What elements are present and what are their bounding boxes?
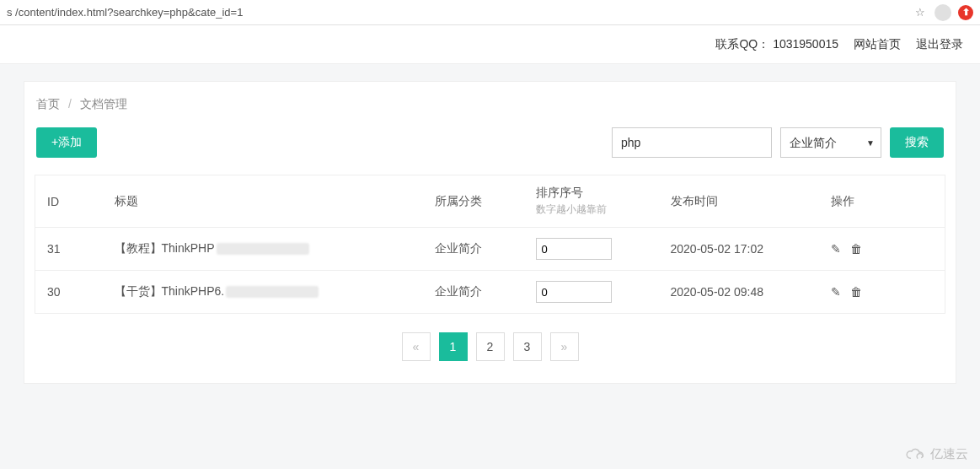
content-panel: 首页 / 文档管理 +添加 企业简介 ▼ 搜索 ID 标题 所属分类 [24, 81, 956, 384]
cell-category: 企业简介 [423, 228, 524, 271]
col-id: ID [35, 175, 103, 228]
breadcrumb: 首页 / 文档管理 [35, 97, 945, 127]
contact-qq: 联系QQ： 1031950015 [715, 37, 838, 52]
url-text[interactable]: s /content/index.html?searchkey=php&cate… [7, 6, 906, 19]
page-1[interactable]: 1 [439, 332, 468, 361]
add-button[interactable]: +添加 [36, 127, 97, 158]
star-icon[interactable]: ☆ [913, 5, 928, 20]
search-input[interactable] [612, 127, 772, 158]
col-sort-label: 排序序号 [536, 186, 583, 199]
title-text: 【干货】ThinkPHP6. [115, 284, 225, 298]
breadcrumb-separator: / [63, 97, 77, 111]
title-text: 【教程】ThinkPHP [115, 241, 215, 255]
cell-sort [524, 271, 659, 314]
cell-category: 企业简介 [423, 271, 524, 314]
trash-icon[interactable]: 🗑 [850, 285, 862, 299]
profile-avatar-icon[interactable] [934, 4, 951, 21]
col-category: 所属分类 [423, 175, 524, 228]
edit-icon[interactable]: ✎ [831, 285, 841, 299]
toolbar: +添加 企业简介 ▼ 搜索 [35, 127, 945, 175]
cell-actions: ✎ 🗑 [819, 271, 945, 314]
contact-label: 联系QQ： [715, 37, 769, 51]
col-actions: 操作 [819, 175, 945, 228]
sort-input[interactable] [536, 238, 612, 260]
cell-actions: ✎ 🗑 [819, 228, 945, 271]
category-select[interactable]: 企业简介 [780, 127, 881, 158]
table-row: 31 【教程】ThinkPHP 企业简介 2020-05-02 17:02 ✎ … [35, 228, 945, 271]
breadcrumb-current: 文档管理 [80, 97, 127, 111]
redacted-text [226, 286, 319, 298]
redacted-text [217, 243, 309, 255]
page-3[interactable]: 3 [513, 332, 542, 361]
cell-title: 【教程】ThinkPHP [103, 228, 423, 271]
cell-sort [524, 228, 659, 271]
site-header: 联系QQ： 1031950015 网站首页 退出登录 [0, 25, 980, 64]
cell-publish: 2020-05-02 09:48 [659, 271, 819, 314]
extension-icon[interactable]: ⬆ [958, 5, 973, 20]
cell-id: 31 [35, 228, 103, 271]
sort-input[interactable] [536, 281, 612, 303]
logout-link[interactable]: 退出登录 [916, 37, 963, 52]
edit-icon[interactable]: ✎ [831, 242, 841, 256]
col-sort: 排序序号 数字越小越靠前 [524, 175, 659, 228]
content-table: ID 标题 所属分类 排序序号 数字越小越靠前 发布时间 操作 31 【教程】T… [35, 175, 945, 314]
col-sort-sublabel: 数字越小越靠前 [536, 202, 647, 217]
col-publish: 发布时间 [659, 175, 819, 228]
page-2[interactable]: 2 [476, 332, 505, 361]
home-link[interactable]: 网站首页 [854, 37, 901, 52]
breadcrumb-home[interactable]: 首页 [36, 97, 60, 111]
cell-id: 30 [35, 271, 103, 314]
pagination: « 1 2 3 » [35, 332, 945, 361]
cell-title: 【干货】ThinkPHP6. [103, 271, 423, 314]
cell-publish: 2020-05-02 17:02 [659, 228, 819, 271]
search-button[interactable]: 搜索 [890, 127, 944, 158]
col-title: 标题 [103, 175, 423, 228]
contact-value: 1031950015 [773, 37, 838, 51]
trash-icon[interactable]: 🗑 [850, 242, 862, 256]
table-header-row: ID 标题 所属分类 排序序号 数字越小越靠前 发布时间 操作 [35, 175, 945, 228]
browser-address-bar: s /content/index.html?searchkey=php&cate… [0, 0, 980, 25]
page-prev[interactable]: « [402, 332, 431, 361]
page-next[interactable]: » [550, 332, 579, 361]
table-row: 30 【干货】ThinkPHP6. 企业简介 2020-05-02 09:48 … [35, 271, 945, 314]
